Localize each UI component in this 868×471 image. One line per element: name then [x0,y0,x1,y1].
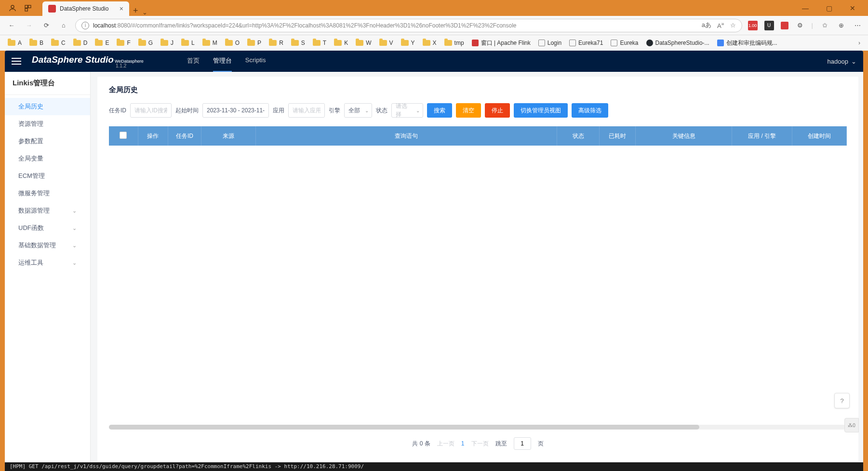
bookmark-item[interactable]: DataSphereStudio-... [643,38,712,48]
minimize-icon[interactable]: — [798,2,813,14]
clear-button[interactable]: 清空 [456,103,481,118]
url-bar[interactable]: i localhost:8080/#/commonIframe/linkis?w… [75,19,742,32]
profile-icon[interactable] [8,3,17,13]
readaloud-icon[interactable]: A» [717,21,724,29]
sidebar-item[interactable]: 资源管理 [5,115,90,133]
sidebar-item[interactable]: ECM管理 [5,167,90,185]
bookmark-item[interactable]: Eureka71 [566,38,606,48]
nav-item-Scriptis[interactable]: Scriptis [245,51,266,72]
bookmark-item[interactable]: K [331,38,351,48]
menu-toggle-button[interactable] [12,58,21,65]
bookmark-item[interactable]: E [92,38,112,48]
status-select[interactable]: 请选择⌄ [391,103,423,118]
bookmark-item[interactable]: X [420,38,440,48]
search-button[interactable]: 搜索 [427,103,452,118]
table-header-1[interactable]: 任务ID [168,126,201,146]
next-page-button[interactable]: 下一页 [471,440,489,448]
bookmarks-overflow-icon[interactable]: › [855,40,863,46]
table-header-2[interactable]: 来源 [201,126,255,146]
folder-icon [160,40,168,46]
bookmark-item[interactable]: tmp [441,38,467,48]
scrollbar-thumb[interactable] [109,425,699,430]
sidebar-item[interactable]: 全局变量 [5,150,90,167]
horizontal-scrollbar[interactable] [109,425,847,430]
advanced-filter-button[interactable]: 高级筛选 [572,103,608,118]
favorites-icon[interactable]: ✩ [820,21,829,30]
bookmark-item[interactable]: Eureka [608,38,641,48]
date-range-input[interactable] [202,103,269,118]
side-panel-toggle[interactable]: ⁂0 [844,418,859,432]
bookmark-item[interactable]: A [5,38,25,48]
stop-button[interactable]: 停止 [485,103,510,118]
bookmark-item[interactable]: C [48,38,68,48]
bookmark-item[interactable]: M [200,38,220,48]
favorite-icon[interactable]: ☆ [730,22,736,29]
table-header-7[interactable]: 应用 / 引擎 [732,126,792,146]
ext-1-icon[interactable]: 1.00 [748,21,758,30]
taskid-input[interactable] [130,103,172,118]
translate-badge[interactable]: aあ [702,21,711,29]
bookmark-item[interactable]: P [244,38,264,48]
home-button[interactable]: ⌂ [58,20,69,31]
bookmark-item[interactable]: V [376,38,396,48]
bookmark-item[interactable]: O [222,38,242,48]
table-header-6[interactable]: 关键信息 [635,126,732,146]
table-header-5[interactable]: 已耗时 [599,126,635,146]
table-header-0[interactable]: 操作 [138,126,168,146]
back-button[interactable]: ← [6,20,17,31]
switch-view-button[interactable]: 切换管理员视图 [514,103,568,118]
user-menu[interactable]: hadoop ⌄ [828,58,856,65]
new-tab-button[interactable]: + [133,6,138,16]
bookmark-item[interactable]: S [288,38,308,48]
maximize-icon[interactable]: ▢ [822,2,836,14]
more-icon[interactable]: ⋯ [853,21,862,30]
tab-dropdown-icon[interactable]: ⌄ [142,9,147,16]
bookmark-item[interactable]: D [70,38,91,48]
prev-page-button[interactable]: 上一页 [437,440,454,448]
bookmark-item[interactable]: G [135,38,156,48]
bookmark-item[interactable]: 创建和审批编码规... [714,37,780,49]
select-all-header[interactable] [109,126,138,146]
ext-3-icon[interactable] [781,22,788,29]
bookmark-item[interactable]: T [310,38,329,48]
table-header-8[interactable]: 创建时间 [792,126,847,146]
app-logo[interactable]: DataSphere Studio WeDatasphere 1.1.2 [32,54,144,68]
bookmark-item[interactable]: F [114,38,133,48]
app-input[interactable] [288,103,325,118]
sidebar-item[interactable]: 参数配置 [5,133,90,150]
checkbox-icon[interactable] [120,132,127,139]
bookmark-item[interactable]: Y [398,38,418,48]
sidebar-item[interactable]: UDF函数⌄ [5,219,90,237]
site-info-icon[interactable]: i [81,22,89,29]
extensions-icon[interactable]: ⚙ [795,21,805,30]
table-header-3[interactable]: 查询语句 [255,126,557,146]
sidebar-item[interactable]: 基础数据管理⌄ [5,237,90,254]
bookmark-item[interactable]: W [353,38,374,48]
sidebar-item[interactable]: 全局历史 [5,98,90,115]
close-window-icon[interactable]: ✕ [846,2,859,14]
ext-2-icon[interactable]: U [764,21,774,30]
bookmark-item[interactable]: B [27,38,46,48]
current-page[interactable]: 1 [461,440,465,447]
workspaces-icon[interactable] [23,3,33,13]
help-button[interactable]: ? [834,393,850,408]
table-header-4[interactable]: 状态 [557,126,600,146]
bookmark-item[interactable]: J [158,38,176,48]
bookmark-item[interactable]: R [266,38,286,48]
bookmark-item[interactable]: 窗口 | Apache Flink [469,37,534,49]
browser-tab[interactable]: DataSphere Studio × [42,1,129,16]
sidebar-item[interactable]: 微服务管理 [5,185,90,202]
bookmark-item[interactable]: Login [535,38,564,48]
tab-close-icon[interactable]: × [120,5,123,13]
collections-icon[interactable]: ⊕ [836,21,846,30]
sidebar-item[interactable]: 数据源管理⌄ [5,202,90,219]
sidebar-item[interactable]: 运维工具⌄ [5,254,90,271]
refresh-button[interactable]: ⟳ [40,20,52,31]
goto-page-input[interactable] [514,437,531,450]
bookmark-item[interactable]: L [178,38,198,48]
bookmark-label: J [171,40,174,46]
nav-item-首页[interactable]: 首页 [187,51,200,72]
folder-icon [401,40,409,46]
nav-item-管理台[interactable]: 管理台 [213,51,232,72]
engine-select[interactable]: 全部⌄ [344,103,372,118]
